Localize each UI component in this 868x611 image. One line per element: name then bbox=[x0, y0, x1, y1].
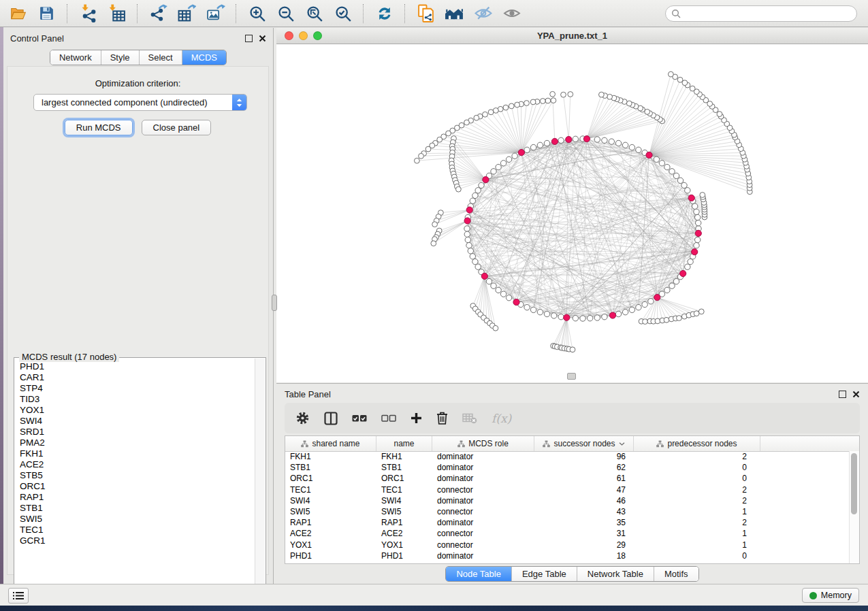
result-node[interactable]: RAP1 bbox=[20, 492, 255, 503]
table-row[interactable]: TEC1TEC1connector472 bbox=[285, 484, 850, 495]
table-cell: 0 bbox=[634, 474, 760, 483]
column-header-MCDS-role[interactable]: MCDS role bbox=[432, 436, 534, 451]
result-node[interactable]: FKH1 bbox=[20, 448, 255, 459]
result-node[interactable]: ORC1 bbox=[20, 481, 255, 492]
close-panel-button[interactable]: Close panel bbox=[142, 120, 212, 135]
zoom-in-button[interactable] bbox=[246, 3, 268, 24]
import-table-button[interactable] bbox=[106, 3, 128, 24]
tab-select[interactable]: Select bbox=[140, 50, 182, 65]
refresh-icon bbox=[376, 5, 393, 22]
export-table-button[interactable] bbox=[176, 3, 198, 24]
network-window-titlebar[interactable]: YPA_prune.txt_1 bbox=[276, 28, 868, 44]
result-node[interactable]: YOX1 bbox=[20, 405, 255, 416]
search-field[interactable] bbox=[665, 5, 857, 22]
float-panel-icon[interactable] bbox=[245, 35, 253, 42]
network-window-title: YPA_prune.txt_1 bbox=[276, 31, 868, 41]
select-all-button[interactable] bbox=[352, 414, 367, 423]
float-table-panel-icon[interactable] bbox=[839, 391, 846, 398]
table-cell: SWI4 bbox=[376, 496, 432, 506]
save-session-button[interactable] bbox=[35, 3, 58, 24]
close-table-panel-icon[interactable] bbox=[852, 391, 860, 398]
table-scrollbar-thumb[interactable] bbox=[851, 453, 857, 514]
memory-label: Memory bbox=[821, 591, 852, 600]
result-node[interactable]: ACE2 bbox=[20, 459, 255, 470]
mcds-result-list[interactable]: PHD1CAR1STP4TID3YOX1SWI4SRD1PMA2FKH1ACE2… bbox=[15, 361, 255, 606]
delete-selected-button[interactable] bbox=[436, 412, 448, 425]
table-cell: STB1 bbox=[285, 463, 376, 472]
horizontal-splitter-handle[interactable] bbox=[567, 373, 576, 380]
criterion-dropdown[interactable]: largest connected component (undirected) bbox=[33, 94, 247, 111]
zoom-selected-button[interactable] bbox=[332, 3, 354, 24]
open-session-button[interactable] bbox=[7, 3, 29, 24]
optimization-criterion-label: Optimization criterion: bbox=[7, 78, 268, 88]
result-list-scrollbar[interactable] bbox=[255, 359, 265, 607]
result-node[interactable]: SRD1 bbox=[20, 427, 255, 437]
result-node[interactable]: TEC1 bbox=[20, 525, 255, 535]
column-header-name[interactable]: name bbox=[376, 436, 432, 451]
table-row[interactable]: STB1STB1dominator620 bbox=[285, 462, 850, 473]
tab-mcds[interactable]: MCDS bbox=[182, 50, 226, 65]
zoom-out-button[interactable] bbox=[274, 3, 297, 24]
tab-edge-table[interactable]: Edge Table bbox=[512, 567, 577, 581]
result-node[interactable]: STB5 bbox=[20, 470, 255, 481]
open-folder-icon bbox=[9, 5, 27, 22]
hide-selected-button[interactable] bbox=[472, 3, 494, 24]
table-cell: 2 bbox=[634, 518, 760, 527]
column-header-successor-nodes[interactable]: successor nodes bbox=[534, 436, 634, 451]
tab-style[interactable]: Style bbox=[101, 50, 140, 65]
table-row[interactable]: ACE2ACE2connector311 bbox=[285, 528, 850, 539]
result-node[interactable]: STB1 bbox=[20, 503, 255, 514]
first-neighbors-button[interactable] bbox=[443, 3, 466, 24]
zoom-out-icon bbox=[277, 5, 295, 22]
vertical-splitter-handle[interactable] bbox=[272, 295, 277, 311]
tab-node-table[interactable]: Node Table bbox=[446, 567, 512, 581]
result-node[interactable]: PHD1 bbox=[20, 361, 255, 372]
toggle-columns-button[interactable] bbox=[324, 412, 338, 425]
run-mcds-button[interactable]: Run MCDS bbox=[65, 120, 133, 135]
table-cell: 61 bbox=[534, 474, 634, 483]
table-row[interactable]: PHD1PHD1dominator180 bbox=[285, 550, 850, 561]
table-row[interactable]: RAP1RAP1dominator352 bbox=[285, 517, 850, 528]
table-row[interactable]: ORC1ORC1dominator610 bbox=[285, 473, 850, 484]
table-cell: dominator bbox=[432, 463, 534, 472]
table-cell: 2 bbox=[634, 452, 760, 461]
settings-gear-button[interactable] bbox=[295, 411, 310, 425]
control-panel-tabs: NetworkStyleSelectMCDS bbox=[3, 50, 273, 65]
gear-icon bbox=[295, 411, 310, 425]
result-node[interactable]: SWI4 bbox=[20, 416, 255, 427]
table-row[interactable]: YOX1YOX1connector291 bbox=[285, 540, 850, 550]
tab-network-table[interactable]: Network Table bbox=[577, 567, 654, 581]
result-node[interactable]: PMA2 bbox=[20, 437, 255, 448]
table-row[interactable]: FKH1FKH1dominator962 bbox=[285, 451, 850, 462]
delete-table-button[interactable] bbox=[462, 413, 477, 424]
column-header-predecessor-nodes[interactable]: predecessor nodes bbox=[634, 436, 760, 451]
search-input[interactable] bbox=[684, 8, 856, 20]
show-all-button[interactable] bbox=[500, 3, 523, 24]
column-header-shared-name[interactable]: shared name bbox=[285, 436, 376, 451]
table-cell: 29 bbox=[534, 540, 634, 550]
table-row[interactable]: SWI5SWI5connector431 bbox=[285, 506, 850, 517]
export-network-button[interactable] bbox=[147, 3, 170, 24]
import-network-button[interactable] bbox=[77, 3, 99, 24]
table-row[interactable]: SWI4SWI4dominator462 bbox=[285, 495, 850, 506]
close-panel-icon[interactable] bbox=[259, 35, 266, 42]
result-node[interactable]: CAR1 bbox=[20, 372, 255, 383]
refresh-view-button[interactable] bbox=[373, 3, 396, 24]
tab-motifs[interactable]: Motifs bbox=[654, 567, 698, 581]
result-node[interactable]: STP4 bbox=[20, 383, 255, 394]
zoom-fit-button[interactable] bbox=[303, 3, 325, 24]
result-node[interactable]: TID3 bbox=[20, 394, 255, 405]
table-scrollbar[interactable] bbox=[849, 451, 859, 563]
result-node[interactable]: SWI5 bbox=[20, 514, 255, 525]
network-canvas[interactable] bbox=[276, 44, 868, 382]
task-history-button[interactable] bbox=[8, 588, 29, 604]
tab-network[interactable]: Network bbox=[50, 50, 101, 65]
export-table-icon bbox=[178, 4, 196, 22]
deselect-all-button[interactable] bbox=[381, 414, 396, 423]
duplicate-network-button[interactable] bbox=[415, 3, 437, 24]
result-node[interactable]: GCR1 bbox=[20, 535, 255, 546]
add-column-button[interactable] bbox=[411, 412, 422, 424]
function-builder-button[interactable]: f(x) bbox=[492, 412, 511, 425]
memory-button[interactable]: Memory bbox=[802, 588, 859, 603]
export-image-button[interactable] bbox=[204, 3, 227, 24]
